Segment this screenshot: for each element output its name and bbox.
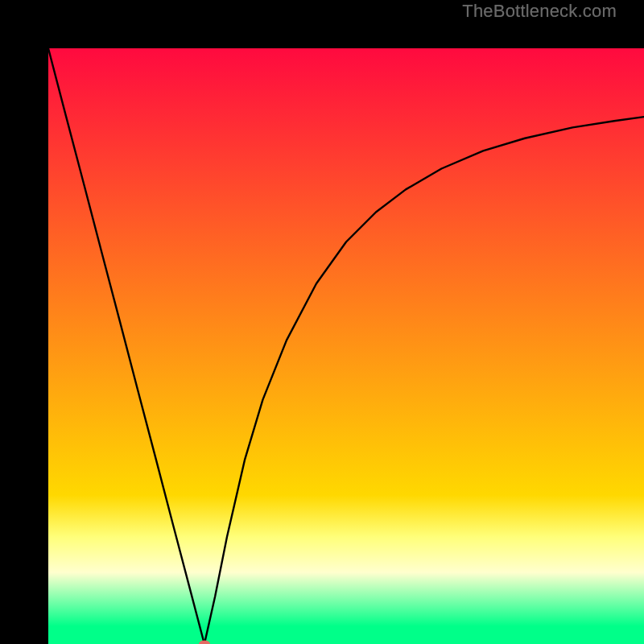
- chart-frame: [0, 0, 644, 644]
- plot-area: [48, 48, 644, 644]
- curve-svg: [48, 48, 644, 644]
- bottleneck-curve: [48, 48, 644, 644]
- minimum-marker: [199, 641, 210, 645]
